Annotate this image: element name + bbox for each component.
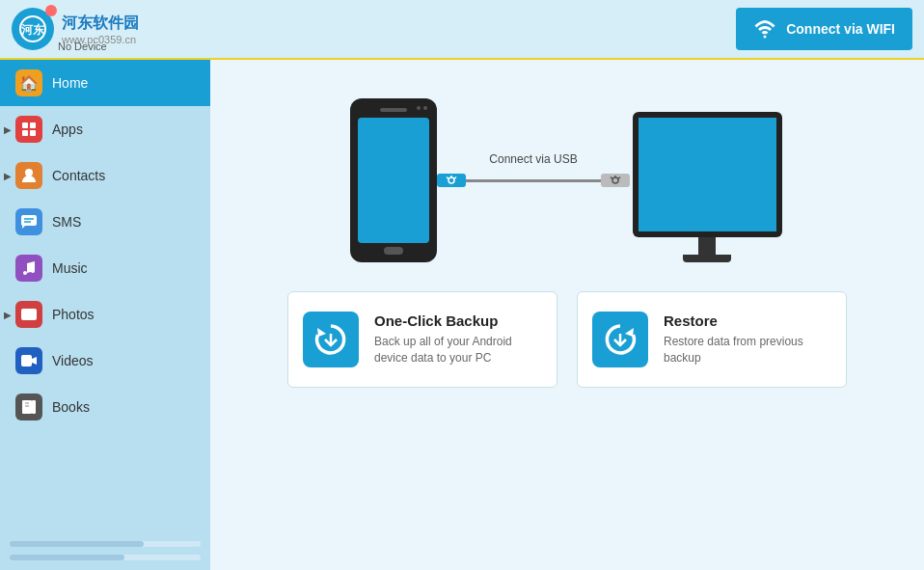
no-device-label: No Device xyxy=(58,41,107,52)
phone-dots xyxy=(417,106,427,110)
expand-arrow-contacts: ▶ xyxy=(4,171,12,181)
logo-title: 河东软件园 xyxy=(62,14,139,34)
wifi-button-label: Connect via WIFI xyxy=(786,21,895,37)
connection-graphic: Connect via USB xyxy=(350,98,784,262)
sidebar-label-music: Music xyxy=(52,260,88,276)
videos-icon xyxy=(15,347,42,374)
backup-card[interactable]: One-Click Backup Back up all of your And… xyxy=(287,291,557,388)
backup-title: One-Click Backup xyxy=(374,312,542,329)
monitor-stand-base xyxy=(683,255,731,262)
sidebar-scrollbars xyxy=(10,541,201,560)
expand-arrow-apps: ▶ xyxy=(4,124,12,135)
title-bar: 河东 河东软件园 www.pc0359.cn No Device Connect… xyxy=(0,0,924,60)
sidebar-label-apps: Apps xyxy=(52,122,83,137)
svg-marker-31 xyxy=(625,328,634,337)
svg-rect-4 xyxy=(30,122,36,128)
backup-text: One-Click Backup Back up all of your And… xyxy=(374,312,542,366)
restore-icon-circle xyxy=(592,312,648,367)
scroll-thumb-2 xyxy=(10,555,124,560)
usb-symbol-left xyxy=(445,176,458,185)
contacts-icon xyxy=(15,162,42,189)
sidebar: 🏠 Home ▶ Apps ▶ xyxy=(0,60,210,570)
sidebar-label-home: Home xyxy=(52,75,88,91)
sidebar-label-photos: Photos xyxy=(52,307,95,322)
restore-text: Restore Restore data from previous backu… xyxy=(664,312,831,366)
restore-icon xyxy=(602,321,639,358)
sidebar-item-contacts[interactable]: ▶ Contacts xyxy=(0,152,210,199)
usb-connector-right xyxy=(601,174,630,187)
restore-card[interactable]: Restore Restore data from previous backu… xyxy=(577,291,847,388)
scroll-thumb-1 xyxy=(10,541,144,547)
apps-icon xyxy=(15,116,42,143)
content-area: Connect via USB xyxy=(210,60,924,570)
usb-label: Connect via USB xyxy=(489,152,577,166)
restore-title: Restore xyxy=(664,312,831,329)
phone-device xyxy=(350,98,437,262)
phone-screen xyxy=(358,118,429,243)
svg-line-23 xyxy=(447,177,448,179)
sidebar-item-videos[interactable]: Videos xyxy=(0,338,210,384)
sidebar-item-apps[interactable]: ▶ Apps xyxy=(0,106,210,152)
sms-icon xyxy=(15,208,42,235)
sidebar-item-sms[interactable]: SMS xyxy=(0,199,210,245)
svg-rect-18 xyxy=(32,400,36,414)
svg-point-11 xyxy=(23,271,27,275)
monitor-stand-neck xyxy=(698,237,716,255)
svg-line-28 xyxy=(618,177,620,179)
sidebar-item-photos[interactable]: ▶ Photos xyxy=(0,291,210,338)
svg-rect-3 xyxy=(22,122,28,128)
monitor-device xyxy=(630,98,784,262)
svg-text:河东: 河东 xyxy=(21,23,45,37)
monitor-body xyxy=(633,112,782,237)
books-icon xyxy=(15,394,42,421)
action-cards: One-Click Backup Back up all of your And… xyxy=(287,291,847,388)
backup-description: Back up all of your Android device data … xyxy=(374,334,542,366)
svg-marker-16 xyxy=(32,357,37,365)
sidebar-label-books: Books xyxy=(52,399,90,415)
phone-speaker xyxy=(380,108,407,112)
photos-icon xyxy=(15,301,42,328)
usb-symbol-right xyxy=(609,176,622,185)
home-icon: 🏠 xyxy=(15,69,42,96)
wifi-connect-button[interactable]: Connect via WIFI xyxy=(736,8,912,50)
svg-point-14 xyxy=(24,312,28,315)
usb-connector-left xyxy=(437,174,466,187)
usb-cable: Connect via USB xyxy=(437,174,630,187)
svg-marker-29 xyxy=(317,328,326,337)
scroll-track-1[interactable] xyxy=(10,541,201,547)
sidebar-label-sms: SMS xyxy=(52,214,81,230)
svg-rect-15 xyxy=(21,355,32,366)
svg-point-21 xyxy=(448,177,454,183)
wifi-icon xyxy=(753,17,776,41)
sidebar-item-books[interactable]: Books xyxy=(0,384,210,430)
usb-line xyxy=(466,179,601,182)
svg-rect-5 xyxy=(22,130,28,136)
expand-arrow-photos: ▶ xyxy=(4,310,12,320)
backup-icon-circle xyxy=(303,312,359,367)
sidebar-item-music[interactable]: Music xyxy=(0,245,210,291)
monitor-screen xyxy=(639,118,776,231)
phone-home-button xyxy=(384,247,403,255)
logo-icon: 河东 xyxy=(12,8,54,50)
sidebar-label-videos: Videos xyxy=(52,353,94,368)
svg-rect-17 xyxy=(22,400,32,414)
backup-icon xyxy=(313,321,349,358)
scroll-track-2[interactable] xyxy=(10,555,201,560)
svg-point-12 xyxy=(31,269,35,273)
sidebar-item-home[interactable]: 🏠 Home xyxy=(0,60,210,106)
svg-line-24 xyxy=(454,177,456,179)
svg-line-27 xyxy=(611,177,612,179)
svg-rect-8 xyxy=(21,215,37,226)
main-layout: 🏠 Home ▶ Apps ▶ xyxy=(0,60,924,570)
restore-description: Restore data from previous backup xyxy=(664,334,831,366)
music-icon xyxy=(15,255,42,282)
svg-rect-6 xyxy=(30,130,36,136)
svg-point-25 xyxy=(612,177,618,183)
svg-point-7 xyxy=(25,169,33,176)
sidebar-label-contacts: Contacts xyxy=(52,168,105,183)
svg-point-2 xyxy=(764,36,767,39)
